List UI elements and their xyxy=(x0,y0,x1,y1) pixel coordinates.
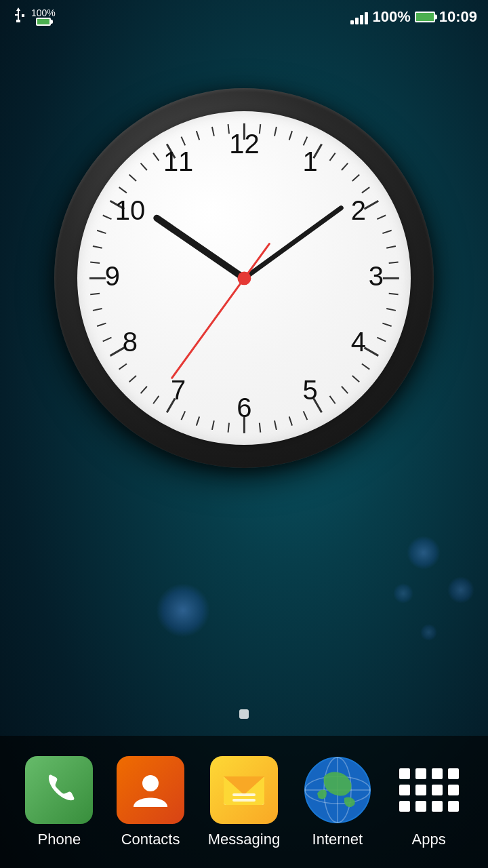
svg-line-12 xyxy=(382,230,391,233)
clock-svg: 121234567891011 xyxy=(77,111,411,446)
svg-line-53 xyxy=(140,163,146,170)
svg-line-34 xyxy=(181,411,185,420)
svg-line-20 xyxy=(364,347,378,355)
svg-text:9: 9 xyxy=(104,261,119,291)
svg-text:7: 7 xyxy=(171,375,186,405)
status-left: 100% xyxy=(11,7,56,26)
svg-text:5: 5 xyxy=(302,375,317,405)
clock-face: 121234567891011 xyxy=(77,111,411,446)
svg-line-27 xyxy=(289,416,291,425)
svg-line-22 xyxy=(352,376,359,382)
svg-line-9 xyxy=(362,187,369,193)
battery-small-percent: 100% xyxy=(31,8,56,18)
signal-bar-4 xyxy=(365,12,368,24)
svg-line-37 xyxy=(140,386,146,393)
svg-line-19 xyxy=(377,337,386,341)
phone-icon xyxy=(25,756,93,824)
center-dot xyxy=(237,271,251,285)
svg-line-41 xyxy=(102,337,111,341)
svg-line-4 xyxy=(303,136,307,145)
hour-hand xyxy=(157,218,244,278)
svg-line-39 xyxy=(119,363,126,369)
battery-small: 100% xyxy=(31,8,56,26)
svg-text:10: 10 xyxy=(115,195,144,224)
signal-bar-1 xyxy=(350,20,354,24)
svg-line-11 xyxy=(377,215,386,219)
svg-line-56 xyxy=(181,136,185,145)
svg-text:3: 3 xyxy=(368,261,383,291)
svg-line-57 xyxy=(196,131,199,140)
svg-line-16 xyxy=(388,293,398,294)
svg-line-13 xyxy=(386,245,396,248)
svg-line-3 xyxy=(289,131,291,140)
signal-bar-2 xyxy=(355,18,359,24)
clock-widget[interactable]: 121234567891011 xyxy=(54,88,434,468)
svg-text:1: 1 xyxy=(302,146,317,176)
clock-time: 10:09 xyxy=(439,8,477,26)
svg-line-6 xyxy=(329,153,335,160)
battery-icon xyxy=(415,12,435,22)
svg-text:2: 2 xyxy=(350,195,365,224)
page-indicator xyxy=(239,709,249,719)
svg-line-32 xyxy=(211,420,214,430)
contacts-icon xyxy=(117,756,184,824)
usb-icon xyxy=(11,7,26,26)
svg-line-52 xyxy=(129,174,136,180)
svg-line-47 xyxy=(93,245,102,248)
dock-item-phone[interactable]: Phone xyxy=(25,756,93,848)
svg-text:11: 11 xyxy=(163,146,193,176)
svg-line-14 xyxy=(388,262,398,262)
svg-line-46 xyxy=(90,262,100,262)
svg-line-29 xyxy=(259,422,260,432)
svg-line-38 xyxy=(129,376,136,382)
svg-line-1 xyxy=(259,124,260,134)
minute-hand xyxy=(244,208,341,278)
signal-bars xyxy=(350,9,368,24)
svg-line-2 xyxy=(274,127,277,136)
second-hand xyxy=(171,278,244,378)
page-dot-active xyxy=(239,709,249,719)
dock-item-contacts[interactable]: Contacts xyxy=(117,756,184,848)
internet-icon xyxy=(304,756,371,824)
svg-line-10 xyxy=(364,201,378,209)
dock-messaging-label: Messaging xyxy=(208,831,280,848)
svg-line-21 xyxy=(362,363,369,369)
svg-line-26 xyxy=(303,411,307,420)
svg-line-54 xyxy=(153,153,159,160)
status-right: 100% 10:09 xyxy=(350,8,477,26)
svg-line-42 xyxy=(97,323,106,326)
signal-bar-3 xyxy=(360,15,363,24)
svg-line-49 xyxy=(102,215,111,219)
svg-line-8 xyxy=(352,174,359,180)
messaging-icon xyxy=(210,756,278,824)
clock-outer: 121234567891011 xyxy=(54,88,434,468)
dock-apps-label: Apps xyxy=(412,831,446,848)
svg-line-24 xyxy=(329,396,335,403)
dock-phone-label: Phone xyxy=(38,831,81,848)
svg-line-43 xyxy=(93,309,102,311)
svg-line-33 xyxy=(196,416,199,425)
svg-line-51 xyxy=(119,187,126,193)
dock: Phone Contacts Messaging xyxy=(0,736,488,868)
svg-text:4: 4 xyxy=(350,327,365,357)
apps-icon xyxy=(395,756,463,824)
dock-internet-label: Internet xyxy=(312,831,363,848)
battery-small-icon xyxy=(36,18,51,26)
svg-line-23 xyxy=(342,386,348,393)
svg-line-36 xyxy=(153,396,159,403)
svg-line-28 xyxy=(274,420,277,430)
svg-line-48 xyxy=(97,230,106,233)
battery-percent: 100% xyxy=(372,8,410,26)
svg-text:12: 12 xyxy=(229,129,259,159)
svg-rect-77 xyxy=(232,793,256,796)
svg-line-7 xyxy=(342,163,348,170)
svg-rect-76 xyxy=(232,799,256,802)
svg-text:6: 6 xyxy=(237,393,251,422)
svg-line-17 xyxy=(386,309,396,311)
dock-item-internet[interactable]: Internet xyxy=(304,756,371,848)
status-bar: 100% 100% 10:09 xyxy=(0,0,488,34)
svg-line-44 xyxy=(90,293,100,294)
dock-item-messaging[interactable]: Messaging xyxy=(208,756,280,848)
svg-text:8: 8 xyxy=(122,327,137,357)
dock-item-apps[interactable]: Apps xyxy=(395,756,463,848)
